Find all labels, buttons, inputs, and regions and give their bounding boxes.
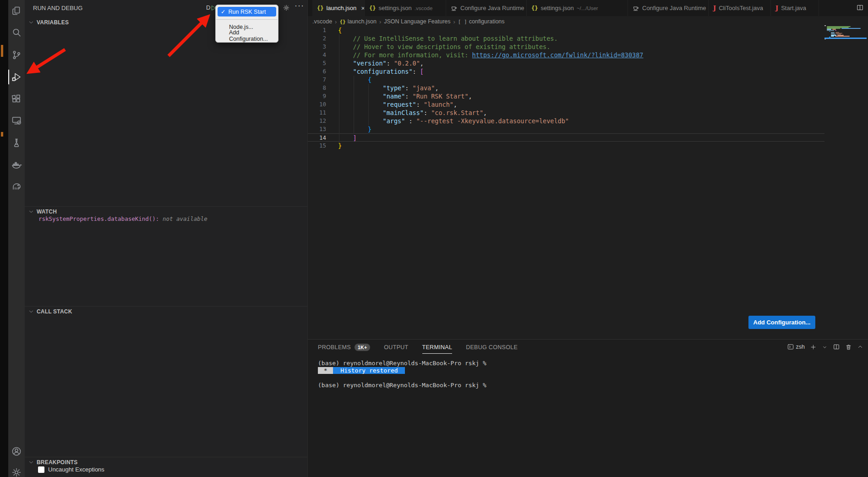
vscode-window: RUN AND DEBUG D ··· VARIABLES WATCH rskS… [0,0,868,477]
indent-guide [368,84,369,126]
edge-accent-dash [1,132,3,137]
editor-tab-bar: {}launch.json×{}settings.json.vscodeConf… [308,0,868,16]
code-editor[interactable]: 1{2 // Use IntelliSense to learn about p… [308,26,868,154]
section-breakpoints-label: BREAKPOINTS [37,459,78,466]
panel-tab-debug-console[interactable]: DEBUG CONSOLE [466,344,518,353]
config-dropdown-fragment[interactable]: D [206,4,210,11]
more-actions-icon[interactable]: ··· [295,1,304,11]
source-control-icon [11,49,22,60]
activity-item-remote-explorer[interactable] [8,112,25,129]
code-line-5: 5 "version": "0.2.0", [308,59,424,67]
breadcrumb-item--vscode[interactable]: .vscode [312,18,332,25]
watch-expression-row[interactable]: rskSystemProperties.databaseKind(): not … [38,215,207,222]
breadcrumb-separator: › [335,18,337,25]
problems-count-badge: 1K+ [355,344,370,351]
tab-settings-json[interactable]: {}settings.json.vscode [365,0,446,16]
tab-configure-java-runtime[interactable]: Configure Java Runtime [628,0,709,16]
breadcrumb-item-json-language-features[interactable]: JSON Language Features [384,18,450,25]
debug-settings-gear-icon[interactable] [283,4,290,11]
line-number: 7 [308,76,326,84]
line-content: "configurations": [ [338,67,424,76]
watch-value: not available [163,215,207,222]
code-line-10: 10 "request": "launch", [308,100,457,109]
new-terminal-icon[interactable] [810,344,817,351]
split-editor-icon[interactable] [856,4,864,11]
split-terminal-icon[interactable] [833,343,840,351]
section-breakpoints[interactable]: BREAKPOINTS [25,457,307,467]
terminal-prompt-line: (base) reynoldmorel@Reynolds-MacBook-Pro… [318,360,486,367]
breadcrumb-label: .vscode [312,18,332,25]
java-file-icon: J [775,5,778,11]
panel-tab-output[interactable]: OUTPUT [384,344,408,353]
sidebar-title: RUN AND DEBUG [33,5,82,11]
elephant-icon [11,181,22,192]
tab-settings-json[interactable]: {}settings.json~/.../User [527,0,628,16]
code-line-15: 15} [308,142,342,150]
close-icon[interactable]: × [361,4,365,12]
panel-tabs: PROBLEMS1K+OUTPUTTERMINALDEBUG CONSOLE [318,344,518,354]
tab-label: settings.json [378,5,411,11]
activity-item-run-and-debug[interactable] [8,68,25,86]
line-number: 10 [308,100,326,109]
activity-item-settings[interactable] [8,464,25,477]
popup-item-label: Run RSK Start [228,9,266,15]
line-number: 9 [308,92,326,100]
panel-tab-terminal[interactable]: TERMINAL [422,344,453,354]
inline-link[interactable]: https://go.microsoft.com/fwlink/?linkid=… [472,51,644,59]
activity-item-extensions[interactable] [8,90,25,108]
section-watch[interactable]: WATCH [25,206,307,216]
activity-item-explorer[interactable] [8,2,25,20]
history-marker: * [318,367,333,374]
json-braces-icon: {} [339,19,345,25]
shell-label: zsh [796,344,805,350]
add-configuration-button[interactable]: Add Configuration... [748,316,815,329]
minimap-line [827,30,834,31]
popup-item-add-configuration-[interactable]: Add Configuration... [216,31,278,40]
breadcrumb: .vscode›{}launch.json›JSON Language Feat… [312,17,505,26]
tab-clitoolstest-java[interactable]: JCliToolsTest.java [709,0,771,16]
breadcrumb-item-launch-json[interactable]: {}launch.json [339,18,377,25]
line-number: 4 [308,51,326,59]
tab-label: Start.java [781,5,806,11]
code-line-11: 11 "mainClass": "co.rsk.Start", [308,109,487,117]
chevron-down-icon [28,19,34,26]
breadcrumb-item-configurations[interactable]: [ ]configurations [458,18,505,25]
tab-configure-java-runtime[interactable]: Configure Java Runtime [446,0,527,16]
activity-item-docker[interactable] [8,156,25,173]
kill-terminal-icon[interactable] [845,344,852,351]
activity-item-accounts[interactable] [8,443,25,460]
line-content: } [338,142,342,150]
terminal-output[interactable]: (base) reynoldmorel@Reynolds-MacBook-Pro… [318,360,486,389]
activity-item-source-control[interactable] [8,46,25,64]
json-braces-icon: {} [369,5,376,11]
maximize-panel-icon[interactable] [857,344,863,350]
indent-guide [354,76,354,134]
java-file-icon: J [713,5,716,11]
terminal-dropdown-icon[interactable] [822,344,828,350]
terminal-icon[interactable]: zsh [787,343,805,351]
array-brackets-icon: [ ] [458,19,467,25]
tab-launch-json[interactable]: {}launch.json× [312,0,365,16]
account-icon [11,446,22,457]
uncaught-exceptions-checkbox[interactable] [38,466,44,473]
minimap-line [832,29,836,30]
tab-path-suffix: ~/.../User [577,5,598,11]
activity-item-testing[interactable] [8,134,25,152]
code-line-12: 12 "args" : "--regtest -Xkeyvalue.dataso… [308,117,569,125]
activity-item-gradle[interactable] [8,178,25,195]
activity-bar [8,0,25,477]
popup-item-run-rsk-start[interactable]: ✓Run RSK Start [218,7,276,16]
panel-tab-problems[interactable]: PROBLEMS1K+ [318,344,370,354]
run-configuration-popup: ✓Run RSK StartNode.js...Add Configuratio… [215,5,278,43]
section-call-stack[interactable]: CALL STACK [25,306,307,316]
line-content: "version": "0.2.0", [338,59,424,67]
line-number: 13 [308,125,326,133]
code-line-8: 8 "type": "java", [308,84,439,92]
activity-item-search[interactable] [8,24,25,41]
edge-accent-dash [1,45,3,57]
line-number: 15 [308,142,326,150]
files-icon [11,5,22,16]
tab-start-java[interactable]: JStart.java [771,0,819,16]
code-line-2: 2 // Use IntelliSense to learn about pos… [308,34,558,43]
flask-icon [11,137,22,148]
